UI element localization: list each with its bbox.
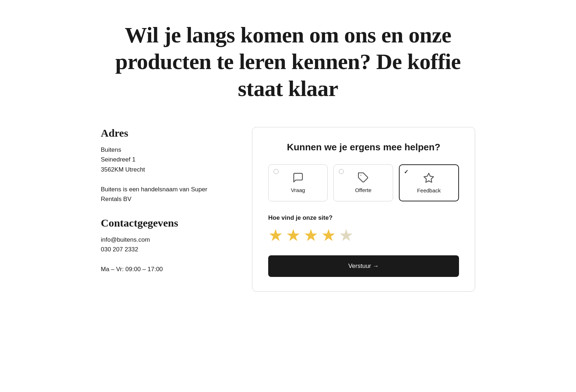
option-feedback-button[interactable]: ✓ Feedback <box>399 164 459 201</box>
phone: 030 207 2332 <box>101 246 138 253</box>
star-5[interactable]: ★ <box>339 227 354 244</box>
star-1[interactable]: ★ <box>268 227 283 244</box>
star-icon <box>423 172 435 184</box>
contact-section: Contactgegevens info@buitens.com 030 207… <box>101 217 223 274</box>
address-block: Buitens Seinedreef 1 3562KM Utrecht <box>101 145 223 174</box>
tag-icon <box>357 172 369 183</box>
city: 3562KM Utrecht <box>101 166 145 173</box>
hero-title: Wil je langs komen om ons en onze produc… <box>101 22 475 102</box>
offerte-radio <box>339 169 344 174</box>
contact-heading: Contactgegevens <box>101 217 223 229</box>
right-column: Kunnen we je ergens mee helpen? Vraag <box>252 127 475 292</box>
feedback-label: Feedback <box>417 187 441 193</box>
chat-icon <box>292 172 304 183</box>
option-vraag-button[interactable]: Vraag <box>268 164 328 201</box>
offerte-label: Offerte <box>355 187 372 193</box>
submit-button[interactable]: Verstuur → <box>268 255 459 277</box>
email-link[interactable]: info@buitens.com <box>101 236 150 243</box>
star-4[interactable]: ★ <box>321 227 336 244</box>
option-offerte-button[interactable]: Offerte <box>333 164 393 201</box>
svg-marker-1 <box>424 173 434 182</box>
star-3[interactable]: ★ <box>303 227 318 244</box>
vraag-radio <box>274 169 279 174</box>
contact-block: info@buitens.com 030 207 2332 <box>101 235 223 254</box>
trade-name: Buitens is een handelsnaam van Super Ren… <box>101 184 223 204</box>
star-2[interactable]: ★ <box>286 227 301 244</box>
vraag-label: Vraag <box>291 187 305 193</box>
star-rating[interactable]: ★ ★ ★ ★ ★ <box>268 227 459 244</box>
hours-block: Ma – Vr: 09:00 – 17:00 <box>101 264 223 274</box>
address-heading: Adres <box>101 127 223 139</box>
option-buttons: Vraag Offerte ✓ <box>268 164 459 201</box>
contact-card: Kunnen we je ergens mee helpen? Vraag <box>252 127 475 292</box>
company-name: Buitens <box>101 146 121 153</box>
feedback-check: ✓ <box>404 169 409 175</box>
feedback-section: Hoe vind je onze site? ★ ★ ★ ★ ★ <box>268 214 459 244</box>
street: Seinedreef 1 <box>101 156 135 163</box>
card-title: Kunnen we je ergens mee helpen? <box>268 142 459 153</box>
feedback-question: Hoe vind je onze site? <box>268 214 459 222</box>
left-column: Adres Buitens Seinedreef 1 3562KM Utrech… <box>101 127 223 274</box>
